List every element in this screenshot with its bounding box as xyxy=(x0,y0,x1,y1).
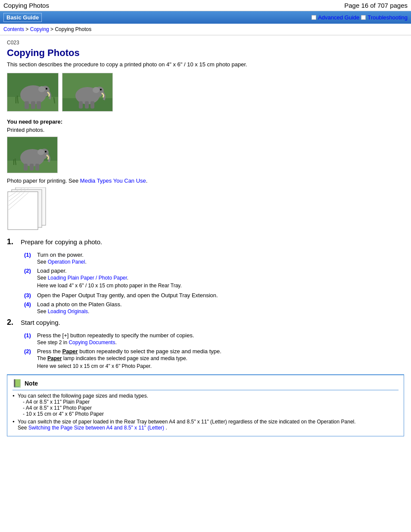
step-1-4-header: (4) Load a photo on the Platen Glass. xyxy=(24,301,404,308)
main-content: C023 Copying Photos This section describ… xyxy=(0,35,411,441)
step-2-2-header: (2) Press the Paper button repeatedly to… xyxy=(24,348,404,355)
media-types-link[interactable]: Media Types You Can Use xyxy=(80,177,146,184)
step-1-2: (2) Load paper. See Loading Plain Paper … xyxy=(24,268,404,289)
page-code: C023 xyxy=(7,40,404,46)
note-icon: 📗 xyxy=(12,379,22,388)
top-bar: Copying Photos Page 16 of 707 pages xyxy=(0,0,411,11)
step-1-1-num: (1) xyxy=(24,252,34,258)
step-1-major: 1. Prepare for copying a photo. xyxy=(7,237,404,246)
prepare-heading: You need to prepare: xyxy=(7,118,404,125)
step-1-1: (1) Turn on the power. See Operation Pan… xyxy=(24,252,404,265)
step-2-major: 2. Start copying. xyxy=(7,318,404,327)
step-1-3-title: Open the Paper Output Tray gently, and o… xyxy=(37,292,218,299)
note-subitem-1: A4 or 8.5" x 11" Plain Paper xyxy=(23,399,399,405)
svg-rect-29 xyxy=(24,164,28,171)
page-info: Page 16 of 707 pages xyxy=(344,2,408,9)
prepare-item: Printed photos. xyxy=(7,127,404,133)
step-1-1-see: See Operation Panel. xyxy=(37,259,404,265)
svg-rect-20 xyxy=(85,101,89,109)
step-1-1-title: Turn on the power. xyxy=(37,252,84,258)
step-1-text: Prepare for copying a photo. xyxy=(21,237,102,246)
demo-images-row xyxy=(7,73,404,112)
operation-panel-link[interactable]: Operation Panel xyxy=(48,259,85,265)
intro-text: This section describes the procedure to … xyxy=(7,61,404,68)
step-1-2-header: (2) Load paper. xyxy=(24,268,404,274)
copying-documents-link[interactable]: Copying Documents xyxy=(68,339,115,345)
svg-rect-6 xyxy=(25,101,29,109)
svg-rect-7 xyxy=(31,101,35,109)
step-2-1-header: (1) Press the [+] button repeatedly to s… xyxy=(24,332,404,339)
nav-links: Advanced Guide Troubleshooting xyxy=(311,14,408,21)
breadcrumb-contents[interactable]: Contents xyxy=(3,26,24,32)
svg-rect-30 xyxy=(30,164,34,171)
step-1-3: (3) Open the Paper Output Tray gently, a… xyxy=(24,292,404,299)
step-1-2-see: See Loading Plain Paper / Photo Paper. xyxy=(37,275,404,281)
step-1-1-header: (1) Turn on the power. xyxy=(24,252,404,258)
advanced-guide-checkbox[interactable] xyxy=(311,15,316,20)
single-elephant-container xyxy=(7,137,404,173)
svg-rect-31 xyxy=(35,164,39,171)
step-2-1-title: Press the [+] button repeatedly to speci… xyxy=(37,332,194,339)
breadcrumb-current: Copying Photos xyxy=(55,26,91,32)
paper-stack-image xyxy=(7,187,46,230)
note-title: Note xyxy=(25,380,38,387)
step-1-4-num: (4) xyxy=(24,301,34,308)
svg-rect-8 xyxy=(37,101,41,109)
svg-point-9 xyxy=(46,88,47,90)
note-item-1: You can select the following page sizes … xyxy=(12,393,399,417)
step-1-2-note: Here we load 4" x 6" / 10 x 15 cm photo … xyxy=(37,283,404,289)
step-1-number: 1. xyxy=(7,237,17,246)
nav-bar: Basic Guide Advanced Guide Troubleshooti… xyxy=(0,11,411,24)
note-list: You can select the following page sizes … xyxy=(12,393,399,431)
breadcrumb: Contents > Copying > Copying Photos xyxy=(0,24,411,35)
svg-rect-19 xyxy=(79,101,83,109)
svg-point-18 xyxy=(93,87,100,93)
svg-point-28 xyxy=(37,149,44,155)
step-2-2-lamp: The Paper lamp indicates the selected pa… xyxy=(37,355,404,361)
svg-point-22 xyxy=(100,89,102,90)
note-item-2: You can switch the size of paper loaded … xyxy=(12,419,399,431)
loading-paper-link[interactable]: Loading Plain Paper / Photo Paper xyxy=(48,275,127,281)
step-1-3-num: (3) xyxy=(24,292,34,299)
step-2-2-note: Here we select 10 x 15 cm or 4" x 6" Pho… xyxy=(37,363,404,369)
step-2-1-num: (1) xyxy=(24,332,34,339)
svg-point-32 xyxy=(45,151,47,152)
basic-guide-label[interactable]: Basic Guide xyxy=(3,13,42,22)
step-1-3-header: (3) Open the Paper Output Tray gently, a… xyxy=(24,292,404,299)
step-2-text: Start copying. xyxy=(21,318,60,326)
step-1-2-title: Load paper. xyxy=(37,268,67,274)
troubleshooting-link[interactable]: Troubleshooting xyxy=(367,14,408,21)
step-2-2-num: (2) xyxy=(24,348,34,355)
step-1-4: (4) Load a photo on the Platen Glass. Se… xyxy=(24,301,404,314)
window-title: Copying Photos xyxy=(3,2,49,9)
elephant-image-single xyxy=(7,137,58,173)
step-1-2-num: (2) xyxy=(24,268,34,274)
note-sublist-1: A4 or 8.5" x 11" Plain Paper A4 or 8.5" … xyxy=(18,399,399,417)
switching-page-size-link[interactable]: Switching the Page Size between A4 and 8… xyxy=(28,425,164,431)
note-box: 📗 Note You can select the following page… xyxy=(7,374,404,436)
troubleshooting-checkbox[interactable] xyxy=(361,15,366,20)
page-title: Copying Photos xyxy=(7,47,404,59)
advanced-guide-link[interactable]: Advanced Guide xyxy=(318,14,359,21)
step-2-1-see: See step 2 in Copying Documents. xyxy=(37,339,404,345)
elephant-image-1 xyxy=(7,73,59,112)
breadcrumb-copying[interactable]: Copying xyxy=(30,26,49,32)
step-2-2-title: Press the Paper button repeatedly to sel… xyxy=(37,348,221,355)
loading-originals-link[interactable]: Loading Originals xyxy=(48,308,88,314)
elephant-image-2 xyxy=(62,73,113,112)
note-header: 📗 Note xyxy=(12,379,399,390)
note-subitem-2: A4 or 8.5" x 11" Photo Paper xyxy=(23,405,399,411)
step-1-4-title: Load a photo on the Platen Glass. xyxy=(37,301,122,308)
note-subitem-3: 10 x 15 cm or 4" x 6" Photo Paper xyxy=(23,411,399,417)
step-1-4-see: See Loading Originals. xyxy=(37,308,404,314)
step-2-number: 2. xyxy=(7,318,17,327)
photo-paper-text: Photo paper for printing. See Media Type… xyxy=(7,177,404,184)
step-2-2: (2) Press the Paper button repeatedly to… xyxy=(24,348,404,369)
step-2-1: (1) Press the [+] button repeatedly to s… xyxy=(24,332,404,345)
svg-point-5 xyxy=(38,86,45,92)
svg-rect-21 xyxy=(90,101,94,109)
